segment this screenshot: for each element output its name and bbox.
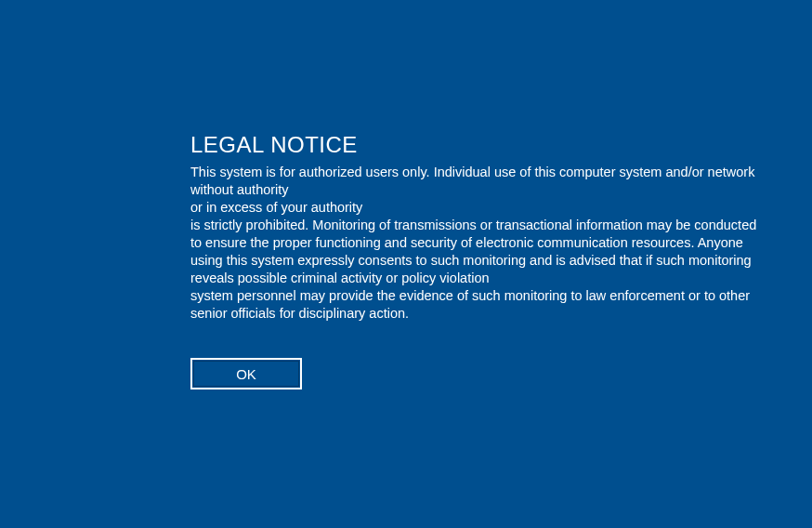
legal-notice-line-1: This system is for authorized users only… — [190, 165, 754, 197]
legal-notice-panel: LEGAL NOTICE This system is for authoriz… — [190, 132, 771, 389]
legal-notice-body: This system is for authorized users only… — [190, 164, 771, 323]
ok-button[interactable]: OK — [190, 358, 302, 389]
legal-notice-line-4: system personnel may provide the evidenc… — [190, 288, 750, 321]
legal-notice-line-3: is strictly prohibited. Monitoring of tr… — [190, 218, 756, 285]
legal-notice-line-2: or in excess of your authority — [190, 200, 362, 215]
legal-notice-title: LEGAL NOTICE — [190, 132, 771, 158]
